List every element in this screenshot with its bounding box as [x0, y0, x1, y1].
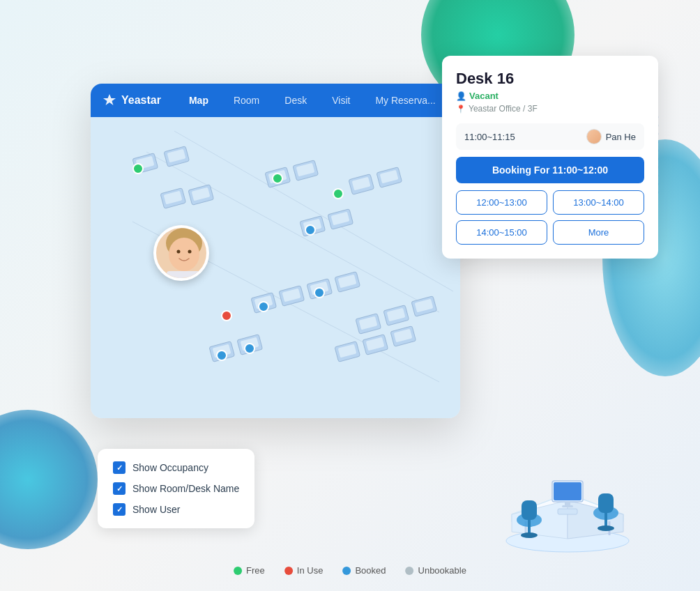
- svg-rect-99: [359, 316, 378, 330]
- map-area[interactable]: [91, 117, 460, 418]
- svg-rect-96: [338, 275, 357, 289]
- booking-primary-button[interactable]: Booking For 11:00~12:00: [456, 157, 644, 183]
- legend-dot-unbookable: [406, 567, 414, 575]
- map-desks-svg: [91, 117, 460, 418]
- time-slot-btn-more[interactable]: More: [553, 220, 644, 245]
- legend-free-label: Free: [246, 565, 265, 576]
- svg-rect-136: [558, 509, 577, 514]
- nav-map[interactable]: Map: [183, 92, 214, 109]
- svg-rect-76: [296, 163, 315, 177]
- svg-point-115: [245, 344, 254, 353]
- app-window: Yeastar Map Room Desk Visit My Reserva..…: [91, 84, 460, 418]
- svg-rect-100: [383, 305, 409, 326]
- svg-line-62: [174, 131, 453, 291]
- nav-visit[interactable]: Visit: [326, 92, 356, 109]
- desk-card-popup: Desk 16 👤 Vacant 📍 Yeastar Office / 3F 1…: [442, 56, 658, 259]
- svg-rect-120: [167, 271, 201, 281]
- status-vacant-label: Vacant: [469, 91, 499, 101]
- svg-point-67: [133, 164, 143, 174]
- svg-rect-108: [390, 326, 416, 347]
- time-slots-grid: 12:00~13:00 13:00~14:00 14:00~15:00 More: [456, 190, 644, 245]
- logo-text: Yeastar: [121, 94, 161, 107]
- svg-rect-127: [562, 505, 573, 507]
- svg-rect-112: [237, 335, 263, 355]
- time-slot-btn-1[interactable]: 12:00~13:00: [456, 190, 547, 215]
- checkbox-room-name[interactable]: Show Room/Desk Name: [113, 482, 239, 495]
- legend-dot-free: [234, 567, 242, 575]
- booking-slot: 11:00~11:15 Pan He: [456, 123, 644, 150]
- svg-rect-133: [598, 493, 614, 513]
- nav-desk[interactable]: Desk: [279, 92, 312, 109]
- legend: Free In Use Booked Unbookable: [234, 565, 466, 576]
- svg-rect-110: [209, 341, 235, 362]
- svg-rect-78: [349, 174, 374, 195]
- svg-rect-82: [300, 216, 326, 237]
- svg-point-114: [217, 351, 227, 360]
- svg-point-118: [177, 250, 181, 254]
- nav-menu: Map Room Desk Visit My Reserva...: [183, 92, 441, 109]
- svg-rect-125: [554, 482, 581, 500]
- svg-rect-80: [376, 167, 402, 188]
- svg-rect-70: [188, 185, 214, 206]
- location-text: Yeastar Office / 3F: [469, 104, 538, 114]
- nav-room[interactable]: Room: [228, 92, 265, 109]
- legend-free: Free: [234, 565, 265, 576]
- svg-rect-81: [380, 170, 399, 184]
- checkbox-occupancy-box[interactable]: [113, 461, 125, 474]
- checkbox-occupancy[interactable]: Show Occupancy: [113, 461, 239, 474]
- desk-card-status: 👤 Vacant: [456, 91, 644, 101]
- svg-rect-90: [279, 286, 305, 307]
- svg-rect-91: [282, 289, 301, 302]
- svg-rect-69: [164, 191, 183, 205]
- svg-rect-111: [213, 344, 231, 358]
- svg-rect-104: [335, 341, 360, 362]
- legend-dot-booked: [342, 567, 351, 575]
- legend-booked: Booked: [342, 565, 386, 576]
- svg-rect-94: [310, 282, 329, 296]
- svg-rect-65: [164, 146, 190, 167]
- checkbox-user[interactable]: Show User: [113, 503, 239, 516]
- svg-rect-79: [352, 177, 371, 191]
- legend-unbookable-label: Unbookable: [418, 565, 466, 576]
- checkbox-room-name-label: Show Room/Desk Name: [132, 483, 239, 494]
- checkbox-user-label: Show User: [132, 504, 180, 515]
- nav-reservations[interactable]: My Reserva...: [370, 92, 441, 109]
- desk-card-location: 📍 Yeastar Office / 3F: [456, 104, 644, 114]
- svg-rect-64: [136, 156, 155, 170]
- slot-user: Pan He: [586, 129, 636, 144]
- legend-booked-label: Booked: [355, 565, 386, 576]
- slot-time: 11:00~11:15: [464, 132, 515, 142]
- svg-rect-105: [338, 344, 357, 358]
- decorative-blob-blue-left: [0, 410, 98, 549]
- legend-dot-in-use: [284, 567, 293, 575]
- svg-rect-83: [303, 219, 322, 233]
- svg-rect-107: [366, 337, 385, 351]
- desk-illustration: [491, 431, 644, 556]
- navbar: Yeastar Map Room Desk Visit My Reserva..…: [91, 84, 460, 117]
- avatar: [153, 225, 209, 281]
- time-slot-btn-2[interactable]: 13:00~14:00: [553, 190, 644, 215]
- svg-point-97: [314, 288, 324, 298]
- checkbox-user-box[interactable]: [113, 503, 125, 516]
- checkbox-panel: Show Occupancy Show Room/Desk Name Show …: [98, 449, 254, 528]
- svg-rect-71: [192, 187, 211, 201]
- svg-rect-88: [251, 293, 277, 314]
- svg-rect-103: [415, 299, 434, 313]
- svg-point-77: [273, 174, 282, 183]
- svg-rect-74: [268, 170, 287, 184]
- checkbox-room-name-box[interactable]: [113, 482, 125, 495]
- svg-rect-102: [411, 296, 437, 317]
- location-icon: 📍: [456, 105, 466, 114]
- svg-point-87: [222, 311, 231, 321]
- time-slot-btn-3[interactable]: 14:00~15:00: [456, 220, 547, 245]
- svg-point-92: [259, 302, 268, 312]
- svg-point-86: [305, 225, 315, 235]
- svg-rect-63: [132, 153, 158, 174]
- legend-in-use: In Use: [284, 565, 324, 576]
- svg-rect-95: [335, 272, 360, 293]
- svg-point-72: [333, 189, 343, 199]
- svg-point-131: [521, 532, 538, 538]
- logo: Yeastar: [102, 93, 161, 108]
- svg-rect-106: [363, 335, 388, 355]
- logo-icon: [102, 93, 117, 108]
